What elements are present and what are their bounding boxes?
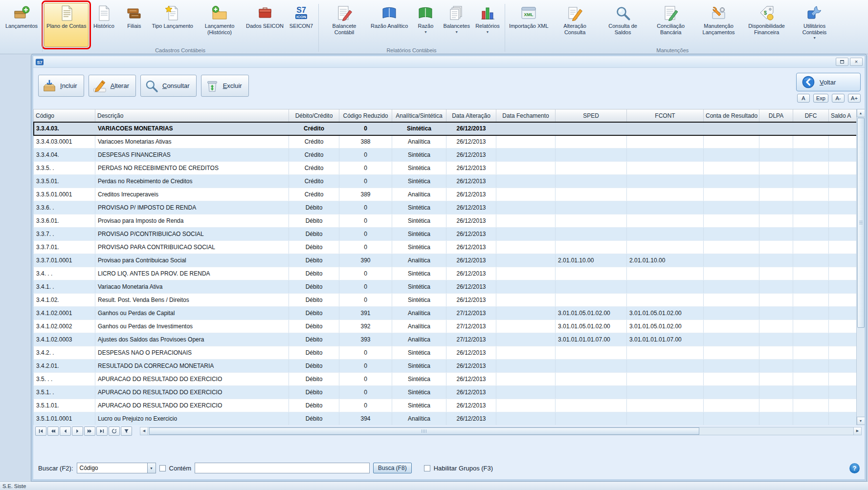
column-header-conta-de-resultado[interactable]: Conta de Resultado [704, 109, 759, 122]
ribbon-item-importacao-xml[interactable]: XMLImportação XML [507, 3, 551, 47]
ribbon-item-historico[interactable]: Histórico [89, 3, 119, 47]
ribbon-item-seicon7[interactable]: S7ICONSEICON7 [286, 3, 316, 47]
ribbon-item-consulta-de-saldos[interactable]: Consulta de Saldos [599, 3, 647, 47]
column-header-fcont[interactable]: FCONT [627, 109, 704, 122]
column-header-dlpa[interactable]: DLPA [759, 109, 793, 122]
column-header-saldo-a[interactable]: Saldo A [829, 109, 857, 122]
column-header-dfc[interactable]: DFC [793, 109, 829, 122]
table-row[interactable]: 3.3.7.01.0001Provisao para Contribuicao … [34, 254, 857, 267]
ribbon-item-razao-analitico[interactable]: Razão Analítico [368, 3, 410, 47]
busca-button[interactable]: Busca (F8) [373, 463, 412, 473]
contains-checkbox[interactable] [159, 465, 166, 471]
horizontal-scrollbar[interactable]: ◀ ▶ [140, 427, 862, 435]
incluir-button[interactable]: Incluir [38, 75, 84, 97]
ribbon-item-plano-de-contas[interactable]: Plano de Contas [44, 3, 89, 47]
ribbon-item-lancamento-historico[interactable]: Lançamento (Histórico) [196, 3, 244, 47]
column-header-analitica-sintetica[interactable]: Analítica/Sintética [392, 109, 446, 122]
column-header-data-alteracao[interactable]: Data Alteração [446, 109, 496, 122]
ribbon-item-balancete-contabil[interactable]: Balancete Contábil [320, 3, 368, 47]
nav-prev-page-button[interactable] [47, 426, 59, 436]
table-row[interactable]: 3.3.4.03.VARIACOES MONETARIASCrédito0Sin… [34, 122, 857, 135]
ribbon-item-relatorios[interactable]: Relatórios▼ [472, 3, 503, 47]
ribbon-item-lancamentos[interactable]: Lançamentos [3, 3, 40, 47]
nav-next-page-button[interactable] [84, 426, 95, 436]
pencil-orange-icon [567, 5, 583, 21]
table-row[interactable]: 3.3.7.01.PROVISAO PARA CONTRIBUICAO SOCI… [34, 241, 857, 254]
table-row[interactable]: 3.4.2.01.RESULTADO DA CORRECAO MONETARIA… [34, 360, 857, 373]
ribbon-item-label: Manutenção Lançamentos [697, 23, 740, 35]
enable-groups-checkbox[interactable] [424, 465, 430, 471]
scroll-up-icon[interactable]: ▲ [857, 109, 865, 117]
ribbon-item-filiais[interactable]: Filiais [119, 3, 149, 47]
table-row[interactable]: 3.3.6.01.Provisao para Imposto de RendaD… [34, 214, 857, 228]
combo-dropdown-icon[interactable]: ▼ [147, 463, 156, 473]
table-row[interactable]: 3.5. . .APURACAO DO RESULTADO DO EXERCIC… [34, 373, 857, 386]
table-row[interactable]: 3.3.7. .PROVISAO P/CONTRIBUICAO SOCIALDé… [34, 228, 857, 241]
help-icon[interactable]: ? [849, 463, 860, 473]
table-row[interactable]: 3.4.1.02.Result. Post. Venda Bens / Dire… [34, 294, 857, 307]
close-button[interactable]: × [850, 58, 863, 66]
nav-first-button[interactable] [35, 426, 46, 436]
ribbon-item-balancetes[interactable]: Balancetes▼ [441, 3, 472, 47]
ribbon-item-utilitarios-contabeis[interactable]: Utilitários Contábeis▼ [791, 3, 839, 47]
column-header-debito-credito[interactable]: Débito/Crédito [289, 109, 339, 122]
vertical-scroll-thumb[interactable] [857, 118, 865, 328]
table-row[interactable]: 3.3.5.01.0001Creditos IrrecuperaveisCréd… [34, 188, 857, 201]
table-row[interactable]: 3.4.1.02.0003Ajustes dos Saldos das Prov… [34, 333, 857, 346]
table-row[interactable]: 3.3.5.01.Perdas no Recebimento de Credit… [34, 175, 857, 188]
alterar-button[interactable]: Alterar [89, 75, 136, 97]
ribbon-item-label: Disponibilidade Financeira [745, 23, 788, 35]
window-titlebar[interactable]: S7 × [33, 56, 865, 68]
table-row[interactable]: 3.3.6. .PROVISAO P/ IMPOSTO DE RENDADébi… [34, 201, 857, 214]
horizontal-scroll-track[interactable] [148, 427, 853, 435]
column-header-data-fechamento[interactable]: Data Fechamento [496, 109, 556, 122]
table-row[interactable]: 3.5.1.01.APURACAO DO RESULTADO DO EXERCI… [34, 399, 857, 412]
scroll-down-icon[interactable]: ▼ [857, 417, 865, 425]
table-row[interactable]: 3.4.1. .Variacao Monetaria AtivaDébito0S… [34, 280, 857, 294]
column-header-descricao[interactable]: Descrição [95, 109, 289, 122]
column-header-codigo[interactable]: Código [34, 109, 95, 122]
column-header-codigo-reduzido[interactable]: Código Reduzido [339, 109, 392, 122]
nav-prev-button[interactable] [60, 426, 71, 436]
scroll-left-icon[interactable]: ◀ [140, 427, 148, 435]
ribbon-item-razao[interactable]: Razão▼ [410, 3, 441, 47]
table-row[interactable]: 3.5.1.01.0001Lucro ou Prejuizo no Exerci… [34, 412, 857, 426]
ribbon-item-dados-seicon[interactable]: Dados SEICON [244, 3, 286, 47]
nav-last-button[interactable] [96, 426, 108, 436]
table-row[interactable]: 3.3.4.04.DESPESAS FINANCEIRASCrédito0Sin… [34, 149, 857, 162]
ribbon-item-disponibilidade-financeira[interactable]: $Disponibilidade Financeira [743, 3, 791, 47]
ribbon-item-manutencao-lancamentos[interactable]: Manutenção Lançamentos [695, 3, 743, 47]
ribbon-item-conciliacao-bancaria[interactable]: Conciliação Bancária [647, 3, 695, 47]
tools-orange-icon [711, 5, 727, 21]
ribbon-item-label: Tipo Lançamento [152, 23, 193, 29]
table-row[interactable]: 3.4.1.02.0001Ganhos ou Perdas de Capital… [34, 307, 857, 320]
nav-next-button[interactable] [72, 426, 83, 436]
table-row[interactable]: 3.4.2. .DESPESAS NAO O PERACIONAISDébito… [34, 346, 857, 360]
search-input[interactable] [195, 463, 370, 473]
scroll-right-icon[interactable]: ▶ [853, 427, 861, 435]
doc-plain-icon [95, 5, 112, 21]
ribbon-item-tipo-lancamento[interactable]: Tipo Lançamento [149, 3, 196, 47]
size-button-a[interactable]: A [797, 94, 810, 103]
table-row[interactable]: 3.5.1. .APURACAO DO RESULTADO DO EXERCIC… [34, 386, 857, 399]
table-row[interactable]: 3.3.5. .PERDAS NO RECEBIMENTO DE CREDITO… [34, 162, 857, 175]
incluir-icon [42, 79, 57, 93]
vertical-scrollbar[interactable]: ▲ ▼ [856, 109, 865, 425]
ribbon-item-alteracao-consulta[interactable]: Alteração Consulta [551, 3, 599, 47]
size-button-a[interactable]: A+ [848, 94, 861, 103]
table-row[interactable]: 3.3.4.03.0001Variacoes Monetarias Ativas… [34, 135, 857, 149]
nav-filter-button[interactable] [121, 426, 132, 436]
nav-refresh-button[interactable] [109, 426, 120, 436]
column-header-sped[interactable]: SPED [556, 109, 627, 122]
restore-button[interactable] [836, 58, 848, 66]
size-button-a[interactable]: A- [832, 94, 845, 103]
table-row[interactable]: 3.4. . .LICRO LIQ. ANTES DA PROV. DE REN… [34, 267, 857, 280]
excluir-button[interactable]: Excluir [201, 75, 249, 97]
search-field-select[interactable]: Código ▼ [77, 463, 156, 473]
voltar-button[interactable]: Voltar [796, 73, 861, 91]
horizontal-scroll-thumb[interactable] [149, 427, 699, 435]
table-row[interactable]: 3.4.1.02.0002Ganhos ou Perdas de Investi… [34, 320, 857, 333]
size-button-exp[interactable]: Exp [813, 94, 828, 103]
consultar-button[interactable]: Consultar [140, 75, 197, 97]
accounts-table[interactable]: CódigoDescriçãoDébito/CréditoCódigo Redu… [33, 109, 857, 425]
